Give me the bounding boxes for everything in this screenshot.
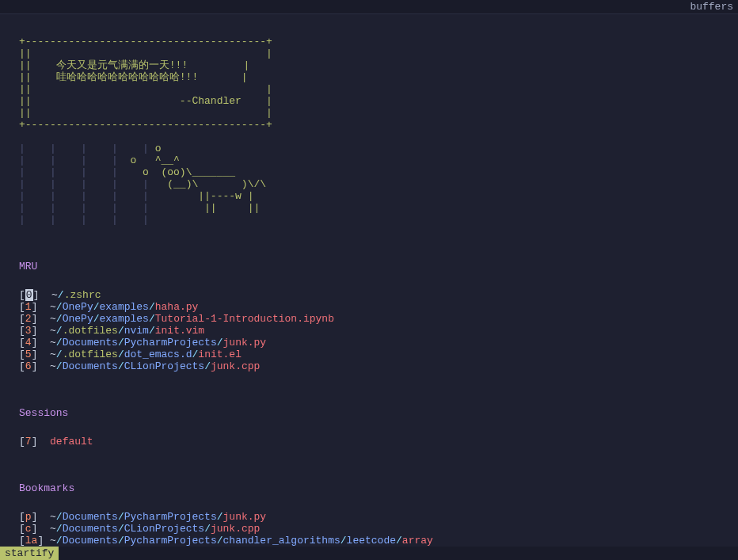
statusline: startify [0,547,738,560]
ascii-cow: | | | | | o | | | | o ^__^ | | | | o (oo… [19,143,719,226]
section-bookmarks-title: Bookmarks [19,482,719,494]
section-mru-title: MRU [19,261,719,272]
mru-item[interactable]: [5] ~/.dotfiles/dot_emacs.d/init.el [19,349,719,360]
statusline-mode: startify [0,547,59,560]
mru-item[interactable]: [2] ~/OnePy/examples/Tutorial-1-Introduc… [19,313,719,325]
bookmark-item[interactable]: [c] ~/Documents/CLionProjects/junk.cpp [19,523,719,535]
cursor: 0 [25,289,33,301]
startify-buffer: +---------------------------------------… [0,14,738,560]
mru-item[interactable]: [3] ~/.dotfiles/nvim/init.vim [19,325,719,337]
bookmark-item[interactable]: [p] ~/Documents/PycharmProjects/junk.py [19,511,719,523]
bookmarks-list: [p] ~/Documents/PycharmProjects/junk.py[… [19,511,719,547]
ascii-header: +---------------------------------------… [19,36,719,131]
bookmark-item[interactable]: [la] ~/Documents/PycharmProjects/chandle… [19,535,719,547]
section-sessions-title: Sessions [19,407,719,419]
mru-item[interactable]: [0] ~/.zshrc [19,289,719,301]
tabline: buffers [0,0,738,14]
session-item[interactable]: [7] default [19,436,719,448]
mru-item[interactable]: [4] ~/Documents/PycharmProjects/junk.py [19,337,719,349]
tabline-label: buffers [690,1,733,13]
sessions-list: [7] default [19,436,719,448]
mru-item[interactable]: [6] ~/Documents/CLionProjects/junk.cpp [19,360,719,372]
mru-list: [0] ~/.zshrc[1] ~/OnePy/examples/haha.py… [19,289,719,372]
mru-item[interactable]: [1] ~/OnePy/examples/haha.py [19,301,719,313]
